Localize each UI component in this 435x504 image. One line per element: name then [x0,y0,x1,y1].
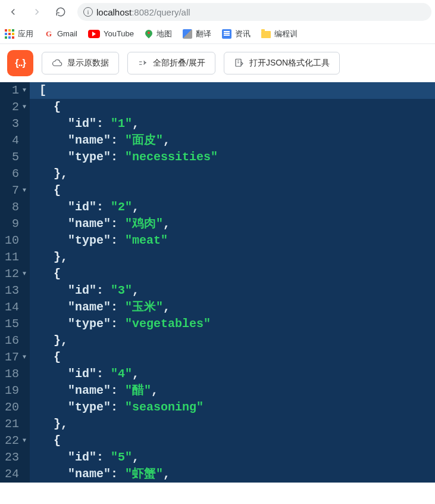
line-number[interactable]: 7▼ [0,182,30,199]
url-host: localhost [96,7,132,17]
translate-icon [183,29,192,39]
json-extension-toolbar: {..} 显示原数据 全部折叠/展开 打开JSON格式化工具 [0,44,435,82]
fold-toggle-icon[interactable]: ▼ [21,82,26,99]
line-number[interactable]: 24 [0,466,30,483]
bookmark-label: Gmail [57,29,77,38]
line-number[interactable]: 11 [0,249,30,266]
line-number[interactable]: 6 [0,166,30,182]
collapse-icon [137,58,148,69]
url-path: /query/all [154,7,190,17]
code-line: 22▼ { [0,433,435,449]
line-number[interactable]: 16 [0,332,30,349]
line-number[interactable]: 12▼ [0,266,30,282]
code-content[interactable]: "type": "seasoning" [30,399,435,416]
code-content[interactable]: "id": "4", [30,366,435,382]
line-number[interactable]: 3 [0,116,30,132]
fold-toggle-icon[interactable]: ▼ [21,99,26,116]
button-label: 全部折叠/展开 [153,58,205,69]
code-line: 17▼ { [0,349,435,366]
collapse-expand-button[interactable]: 全部折叠/展开 [127,52,215,74]
code-content[interactable]: "id": "3", [30,282,435,299]
code-content[interactable]: { [30,349,435,366]
line-number[interactable]: 8 [0,199,30,216]
code-content[interactable]: "type": "vegetables" [30,316,435,332]
open-json-tool-button[interactable]: 打开JSON格式化工具 [224,52,340,74]
line-number[interactable]: 9 [0,216,30,232]
line-number[interactable]: 22▼ [0,433,30,449]
line-number[interactable]: 13 [0,282,30,299]
code-content[interactable]: "name": "鸡肉", [30,216,435,232]
url-port: :8082 [132,7,154,17]
code-line: 15 "type": "vegetables" [0,316,435,332]
code-content[interactable]: "name": "虾蟹", [30,466,435,483]
line-number[interactable]: 4 [0,132,30,149]
code-line: 20 "type": "seasoning" [0,399,435,416]
code-content[interactable]: }, [30,416,435,433]
fold-toggle-icon[interactable]: ▼ [21,433,26,449]
code-line: 9 "name": "鸡肉", [0,216,435,232]
code-content[interactable]: "type": "meat" [30,232,435,249]
extension-logo[interactable]: {..} [7,50,33,76]
back-button[interactable] [4,2,23,21]
line-number[interactable]: 23 [0,449,30,466]
line-number[interactable]: 5 [0,149,30,166]
code-content[interactable]: "name": "面皮", [30,132,435,149]
apps-label: 应用 [18,29,33,39]
forward-button[interactable] [27,2,46,21]
bookmark-folder[interactable]: 编程训 [261,29,298,39]
bookmark-label: 编程训 [274,29,298,39]
json-viewer[interactable]: 1▼ [2▼ {3 "id": "1",4 "name": "面皮",5 "ty… [0,82,435,483]
line-number[interactable]: 1▼ [0,82,30,99]
bookmark-gmail[interactable]: G Gmail [44,29,77,39]
code-content[interactable]: { [30,266,435,282]
apps-button[interactable]: 应用 [5,29,33,39]
bookmark-label: YouTube [104,29,134,38]
code-content[interactable]: { [30,99,435,116]
bookmark-label: 翻译 [196,29,211,39]
reload-button[interactable] [51,2,70,21]
line-number[interactable]: 2▼ [0,99,30,116]
address-bar[interactable]: i localhost:8082/query/all [77,3,431,21]
show-raw-data-button[interactable]: 显示原数据 [42,52,119,74]
code-content[interactable]: "name": "醋", [30,382,435,399]
fold-toggle-icon[interactable]: ▼ [21,182,26,199]
line-number[interactable]: 15 [0,316,30,332]
line-number[interactable]: 20 [0,399,30,416]
code-content[interactable]: "id": "2", [30,199,435,216]
code-content[interactable]: "id": "5", [30,449,435,466]
line-number[interactable]: 14 [0,299,30,316]
code-line: 23 "id": "5", [0,449,435,466]
code-content[interactable]: }, [30,332,435,349]
bookmark-youtube[interactable]: YouTube [88,29,134,38]
line-number[interactable]: 17▼ [0,349,30,366]
line-number[interactable]: 10 [0,232,30,249]
line-number[interactable]: 21 [0,416,30,433]
code-content[interactable]: "type": "necessities" [30,149,435,166]
code-content[interactable]: { [30,182,435,199]
line-number[interactable]: 19 [0,382,30,399]
code-content[interactable]: [ [30,82,435,99]
bookmark-label: 地图 [157,29,172,39]
code-content[interactable]: }, [30,249,435,266]
code-line: 1▼ [ [0,82,435,99]
cloud-icon [52,58,62,69]
code-line: 16 }, [0,332,435,349]
code-line: 2▼ { [0,99,435,116]
maps-icon [145,30,153,38]
code-content[interactable]: }, [30,166,435,182]
bookmark-maps[interactable]: 地图 [145,29,172,39]
line-number[interactable]: 18 [0,366,30,382]
code-line: 10 "type": "meat" [0,232,435,249]
bookmark-translate[interactable]: 翻译 [183,29,211,39]
site-info-icon[interactable]: i [83,7,93,17]
fold-toggle-icon[interactable]: ▼ [21,266,26,282]
code-content[interactable]: { [30,433,435,449]
button-label: 显示原数据 [67,58,109,69]
code-line: 3 "id": "1", [0,116,435,132]
code-content[interactable]: "name": "玉米", [30,299,435,316]
code-line: 8 "id": "2", [0,199,435,216]
bookmark-news[interactable]: 资讯 [222,29,251,39]
json-file-icon [234,58,245,69]
fold-toggle-icon[interactable]: ▼ [21,349,26,366]
code-content[interactable]: "id": "1", [30,116,435,132]
